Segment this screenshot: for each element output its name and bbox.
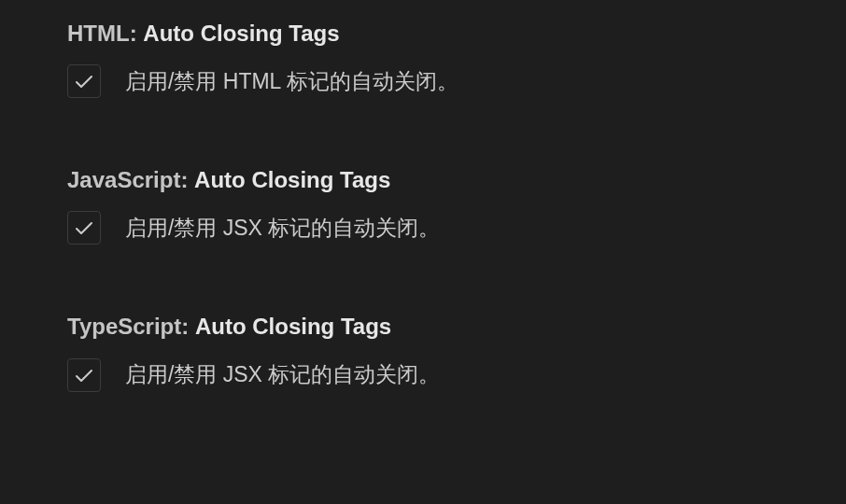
checkbox-html-auto-closing[interactable] (67, 64, 101, 98)
checkbox-typescript-auto-closing[interactable] (67, 358, 101, 392)
setting-row: 启用/禁用 JSX 标记的自动关闭。 (67, 358, 846, 392)
setting-title: TypeScript: Auto Closing Tags (67, 312, 846, 341)
setting-category: TypeScript: (67, 314, 195, 339)
setting-name: Auto Closing Tags (195, 314, 391, 339)
setting-category: HTML: (67, 21, 143, 46)
setting-item-html-auto-closing: HTML: Auto Closing Tags 启用/禁用 HTML 标记的自动… (67, 19, 846, 98)
setting-description: 启用/禁用 JSX 标记的自动关闭。 (125, 213, 440, 243)
setting-row: 启用/禁用 HTML 标记的自动关闭。 (67, 64, 846, 98)
setting-title: HTML: Auto Closing Tags (67, 19, 846, 48)
setting-name: Auto Closing Tags (143, 21, 339, 46)
check-icon (73, 70, 95, 92)
setting-description: 启用/禁用 HTML 标记的自动关闭。 (125, 66, 458, 96)
setting-item-typescript-auto-closing: TypeScript: Auto Closing Tags 启用/禁用 JSX … (67, 312, 846, 391)
setting-name: Auto Closing Tags (194, 167, 390, 192)
check-icon (73, 364, 95, 386)
check-icon (73, 217, 95, 239)
setting-row: 启用/禁用 JSX 标记的自动关闭。 (67, 211, 846, 245)
setting-description: 启用/禁用 JSX 标记的自动关闭。 (125, 359, 440, 389)
setting-item-javascript-auto-closing: JavaScript: Auto Closing Tags 启用/禁用 JSX … (67, 165, 846, 245)
setting-title: JavaScript: Auto Closing Tags (67, 165, 846, 194)
checkbox-javascript-auto-closing[interactable] (67, 211, 101, 245)
setting-category: JavaScript: (67, 167, 194, 192)
